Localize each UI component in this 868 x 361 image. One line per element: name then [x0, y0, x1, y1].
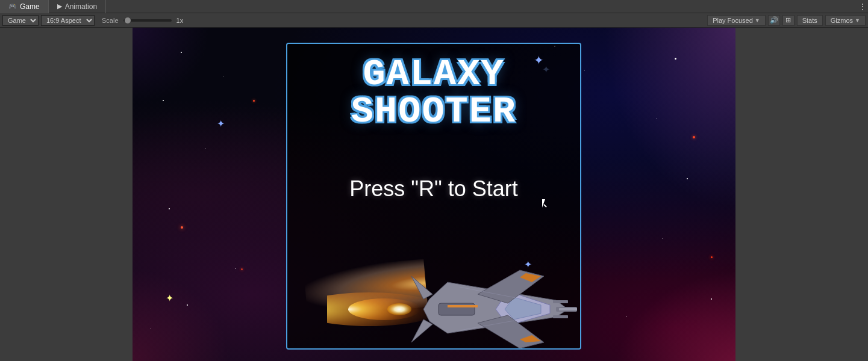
play-focused-label: Play Focused — [713, 17, 753, 24]
star — [235, 268, 236, 269]
more-options-button[interactable]: ⋮ — [857, 1, 868, 12]
mouse-cursor — [542, 199, 549, 210]
spaceship-svg — [327, 222, 580, 361]
star — [687, 178, 688, 179]
star — [657, 118, 657, 119]
red-star — [693, 136, 695, 138]
gizmos-button[interactable]: Gizmos ▼ — [825, 15, 866, 26]
right-panel — [735, 28, 868, 361]
red-star — [181, 226, 183, 229]
nebula-top-left — [133, 28, 223, 118]
game-box: GALAXY SHOOTER Press "R" to Start — [286, 43, 581, 350]
star — [181, 52, 182, 53]
animation-tab-icon: ▶ — [57, 2, 62, 10]
red-star — [711, 256, 713, 258]
star — [626, 316, 627, 317]
toolbar: Game 16:9 Aspect Scale 1x Play Focused ▼… — [0, 13, 868, 28]
mute-button[interactable]: 🔊 — [768, 15, 780, 26]
star — [223, 76, 223, 76]
stats-label: Stats — [802, 17, 817, 24]
star — [675, 58, 676, 60]
red-star — [253, 100, 255, 102]
game-tab-icon: 🎮 — [8, 2, 17, 10]
nebula-bottom-right — [591, 253, 735, 361]
svg-rect-7 — [553, 315, 568, 318]
tab-game[interactable]: 🎮 Game — [0, 0, 49, 13]
nebula-right — [603, 28, 735, 208]
gizmos-label: Gizmos — [831, 17, 853, 24]
title-line1: GALAXY — [363, 53, 504, 96]
star — [187, 304, 188, 306]
view-dropdown[interactable]: Game — [2, 15, 39, 26]
sparkle-yellow-1: ✦ — [166, 292, 173, 304]
gizmos-dropdown-icon: ▼ — [855, 17, 860, 23]
nebula-left — [133, 253, 247, 361]
star — [169, 208, 170, 209]
game-viewport[interactable]: ✦ ✦ ✦ GALAXY SHOOTER Press "R" to Start — [133, 28, 735, 361]
star — [711, 298, 712, 300]
tab-animation[interactable]: ▶ Animation — [49, 0, 106, 13]
play-focused-dropdown-icon: ▼ — [755, 17, 760, 23]
star — [584, 70, 585, 70]
aspect-dropdown[interactable]: 16:9 Aspect — [41, 15, 95, 26]
main-area: ✦ ✦ ✦ GALAXY SHOOTER Press "R" to Start — [0, 28, 868, 361]
scale-thumb — [125, 17, 131, 23]
star — [163, 100, 164, 101]
tab-bar: 🎮 Game ▶ Animation ⋮ — [0, 0, 868, 13]
scale-slider[interactable] — [123, 19, 172, 22]
scale-value: 1x — [176, 17, 184, 24]
sparkle-box-2: ✦ — [524, 259, 532, 270]
sparkle-box-1: ✦ — [534, 53, 544, 67]
grid-button[interactable]: ⊞ — [782, 15, 795, 26]
star — [151, 329, 151, 329]
stats-button[interactable]: Stats — [797, 15, 823, 26]
svg-rect-5 — [559, 308, 577, 310]
left-panel — [0, 28, 133, 361]
title-line2: SHOOTER — [351, 90, 516, 133]
star — [205, 148, 205, 149]
svg-rect-6 — [553, 300, 568, 303]
spaceship-area — [239, 192, 592, 361]
play-focused-button[interactable]: Play Focused ▼ — [707, 15, 766, 26]
tab-game-label: Game — [20, 2, 40, 11]
tab-animation-label: Animation — [65, 2, 97, 11]
sparkle-blue-1: ✦ — [217, 118, 225, 129]
scale-label: Scale — [102, 17, 119, 24]
game-title: GALAXY SHOOTER — [299, 56, 568, 131]
svg-point-2 — [387, 303, 411, 315]
star — [663, 238, 663, 239]
